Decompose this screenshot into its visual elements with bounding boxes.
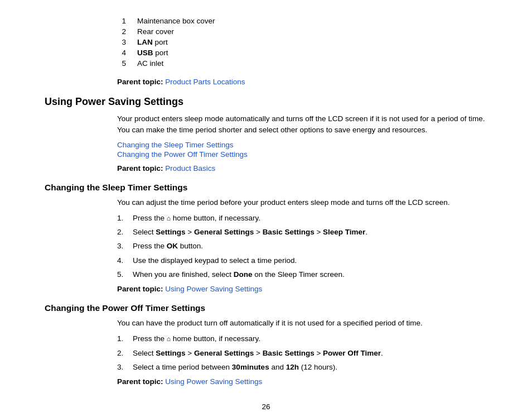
list-item: 2 Rear cover (117, 27, 487, 36)
parent-topic-power-off: Parent topic: Using Power Saving Setting… (117, 377, 487, 386)
step-item: 3. Select a time period between 30minute… (117, 362, 487, 373)
sleep-timer-description: You can adjust the time period before yo… (117, 197, 487, 208)
power-off-section: Changing the Power Off Timer Settings Yo… (45, 303, 487, 386)
step-text: Press the ⌂ home button, if necessary. (133, 213, 260, 224)
using-power-saving-body: Your product enters sleep mode automatic… (117, 113, 487, 173)
using-power-saving-title: Using Power Saving Settings (45, 96, 487, 108)
sleep-timer-body: You can adjust the time period before yo… (117, 197, 487, 294)
list-num: 1 (117, 17, 126, 25)
step-item: 5. When you are finished, select Done on… (117, 269, 487, 280)
parent-topic-label: Parent topic: (117, 164, 163, 173)
step-item: 3. Press the OK button. (117, 241, 487, 252)
parent-topic-sleep-link[interactable]: Using Power Saving Settings (165, 285, 262, 293)
power-off-title: Changing the Power Off Timer Settings (45, 303, 487, 313)
using-power-saving-links: Changing the Sleep Timer Settings Changi… (117, 141, 487, 159)
list-num: 3 (117, 38, 126, 46)
list-item: 5 AC inlet (117, 59, 487, 68)
step-text: Press the ⌂ home button, if necessary. (133, 333, 260, 344)
step-num: 5. (117, 269, 128, 280)
step-num: 1. (117, 213, 128, 224)
link-sleep-timer[interactable]: Changing the Sleep Timer Settings (117, 141, 487, 149)
step-text: Use the displayed keypad to select a tim… (133, 255, 297, 266)
sleep-timer-title: Changing the Sleep Timer Settings (45, 183, 487, 193)
step-num: 4. (117, 255, 128, 266)
sleep-timer-section: Changing the Sleep Timer Settings You ca… (45, 183, 487, 294)
step-item: 4. Use the displayed keypad to select a … (117, 255, 487, 266)
parent-topic-label: Parent topic: (117, 78, 163, 86)
parent-topic-sleep-timer: Parent topic: Using Power Saving Setting… (117, 285, 487, 293)
step-item: 2. Select Settings > General Settings > … (117, 348, 487, 359)
step-text: Select a time period between 30minutes a… (133, 362, 337, 373)
list-text: Maintenance box cover (137, 17, 215, 25)
step-item: 1. Press the ⌂ home button, if necessary… (117, 213, 487, 224)
page: 1 Maintenance box cover 2 Rear cover 3 L… (0, 0, 532, 412)
power-off-body: You can have the product turn off automa… (117, 318, 487, 386)
parent-topic-basics-link[interactable]: Product Basics (165, 164, 215, 173)
parent-topic-link[interactable]: Product Parts Locations (165, 78, 245, 86)
step-text: When you are finished, select Done on th… (133, 269, 345, 280)
page-number: 26 (45, 403, 487, 411)
parent-topic-product-parts: Parent topic: Product Parts Locations (117, 78, 487, 86)
list-num: 4 (117, 49, 126, 57)
list-item: 3 LAN port (117, 38, 487, 46)
step-num: 2. (117, 227, 128, 238)
list-num: 5 (117, 59, 126, 68)
step-num: 3. (117, 362, 128, 373)
home-icon: ⌂ (167, 213, 171, 223)
power-off-description: You can have the product turn off automa… (117, 318, 487, 329)
step-num: 1. (117, 333, 128, 344)
list-item: 1 Maintenance box cover (117, 17, 487, 25)
list-num: 2 (117, 27, 126, 36)
list-text: Rear cover (137, 27, 174, 36)
step-num: 3. (117, 241, 128, 252)
numbered-list: 1 Maintenance box cover 2 Rear cover 3 L… (117, 17, 487, 68)
step-num: 2. (117, 348, 128, 359)
home-icon: ⌂ (167, 334, 171, 344)
step-item: 1. Press the ⌂ home button, if necessary… (117, 333, 487, 344)
parent-topic-label: Parent topic: (117, 377, 163, 386)
using-power-saving-section: Using Power Saving Settings Your product… (45, 96, 487, 173)
parent-topic-using-power: Parent topic: Product Basics (117, 164, 487, 173)
list-text: USB port (137, 49, 168, 57)
step-text: Select Settings > General Settings > Bas… (133, 227, 367, 238)
step-text: Select Settings > General Settings > Bas… (133, 348, 383, 359)
parent-topic-label: Parent topic: (117, 285, 163, 293)
list-text: LAN port (137, 38, 168, 46)
using-power-saving-description: Your product enters sleep mode automatic… (117, 113, 487, 136)
parent-topic-power-off-link[interactable]: Using Power Saving Settings (165, 377, 262, 386)
list-item: 4 USB port (117, 49, 487, 57)
step-text: Press the OK button. (133, 241, 203, 252)
power-off-steps: 1. Press the ⌂ home button, if necessary… (117, 333, 487, 373)
list-text: AC inlet (137, 59, 163, 68)
product-parts-list: 1 Maintenance box cover 2 Rear cover 3 L… (117, 17, 487, 86)
sleep-timer-steps: 1. Press the ⌂ home button, if necessary… (117, 213, 487, 280)
step-item: 2. Select Settings > General Settings > … (117, 227, 487, 238)
link-power-off-timer[interactable]: Changing the Power Off Timer Settings (117, 150, 487, 159)
